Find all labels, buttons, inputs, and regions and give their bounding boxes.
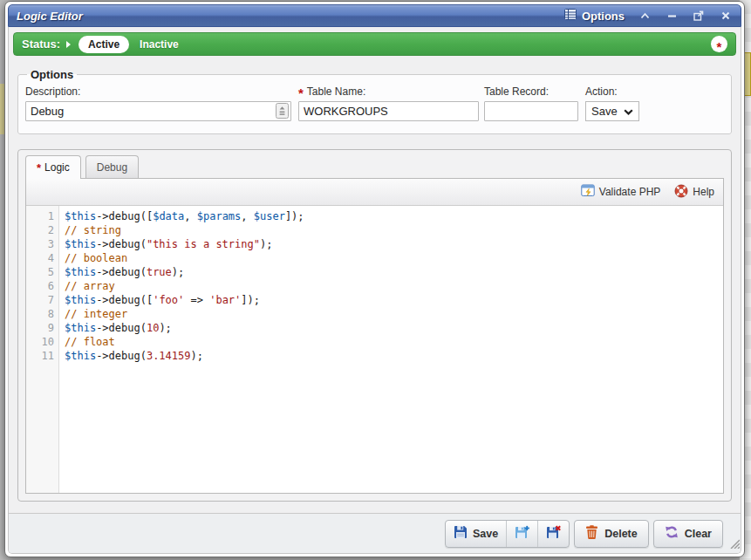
code-line: // string [65, 223, 723, 237]
collapse-icon[interactable] [638, 9, 652, 23]
line-number: 7 [26, 293, 54, 307]
code-editor: Validate PHP Help 1234567891011 $this->d… [25, 178, 724, 494]
validate-php-icon [581, 184, 595, 200]
line-number: 9 [26, 321, 54, 335]
minimize-icon[interactable] [665, 9, 679, 23]
action-field: Action: Save [585, 85, 639, 121]
line-number: 1 [26, 209, 54, 223]
save-button-label: Save [473, 528, 498, 540]
line-number: 10 [26, 335, 54, 349]
save-button-group: Save [445, 520, 570, 548]
save-new-button[interactable] [506, 521, 537, 547]
line-number: 5 [26, 265, 54, 279]
code-line: $this->debug(true); [65, 265, 723, 279]
line-number: 11 [26, 349, 54, 363]
clear-button[interactable]: Clear [653, 520, 723, 548]
line-number: 4 [26, 251, 54, 265]
status-caret-icon [66, 41, 71, 48]
save-button[interactable]: Save [446, 521, 506, 547]
tab-logic[interactable]: * Logic [25, 155, 81, 179]
description-input[interactable] [25, 101, 291, 121]
required-asterisk-icon: * [298, 89, 304, 98]
logic-editor-window: Logic Editor Options St [4, 1, 745, 557]
table-name-label: Table Name: [307, 85, 365, 98]
table-record-input[interactable] [484, 101, 578, 121]
delete-button-label: Delete [604, 528, 638, 540]
code-line: // array [65, 279, 723, 293]
chevron-down-icon [624, 105, 633, 118]
save-close-floppy-icon [546, 525, 561, 542]
table-record-field: Table Record: [484, 85, 578, 121]
editor-toolbar: Validate PHP Help [26, 179, 723, 206]
validate-php-label: Validate PHP [599, 186, 660, 198]
save-floppy-icon [454, 525, 468, 542]
status-option-active[interactable]: Active [79, 36, 129, 53]
table-name-field: *Table Name: [298, 85, 479, 121]
clear-button-label: Clear [685, 528, 712, 540]
code-line: // integer [65, 307, 723, 321]
tab-logic-label: Logic [44, 161, 70, 174]
line-numbers: 1234567891011 [26, 206, 59, 493]
help-lifebuoy-icon [674, 184, 688, 201]
code-area[interactable]: 1234567891011 $this->debug([$data, $para… [26, 206, 723, 493]
options-menu-label: Options [582, 10, 625, 23]
trash-icon [585, 525, 598, 542]
line-number: 2 [26, 223, 54, 237]
status-option-inactive[interactable]: Inactive [140, 38, 179, 51]
resize-grip[interactable] [728, 536, 740, 552]
options-panel-legend: Options [27, 68, 77, 81]
required-asterisk-icon: * [717, 43, 722, 51]
titlebar[interactable]: Logic Editor Options [8, 4, 741, 27]
code-lines[interactable]: $this->debug([$data, $params, $user]);//… [59, 206, 723, 493]
code-line: // float [65, 335, 723, 349]
tab-strip: * Logic Debug [25, 155, 724, 178]
action-select-value: Save [591, 105, 618, 118]
action-label: Action: [585, 85, 618, 98]
tab-debug-label: Debug [97, 161, 127, 174]
window-title: Logic Editor [17, 10, 83, 23]
code-line: // boolean [65, 251, 723, 265]
list-icon [564, 9, 577, 23]
status-bar: Status: Active Inactive * [13, 32, 736, 56]
save-close-button[interactable] [537, 521, 569, 547]
save-new-floppy-icon [515, 525, 529, 542]
tab-debug[interactable]: Debug [85, 155, 139, 178]
footer-toolbar: Save Delete [9, 513, 741, 553]
options-menu-button[interactable]: Options [564, 9, 625, 23]
code-line: $this->debug(10); [65, 321, 723, 335]
table-name-input[interactable] [298, 101, 479, 121]
line-number: 8 [26, 307, 54, 321]
code-line: $this->debug(3.14159); [65, 349, 723, 363]
code-line: $this->debug("this is a string"); [65, 237, 723, 251]
delete-button[interactable]: Delete [574, 520, 649, 548]
help-label: Help [693, 186, 714, 198]
action-select[interactable]: Save [585, 101, 639, 121]
code-line: $this->debug([$data, $params, $user]); [65, 209, 723, 223]
validate-php-button[interactable]: Validate PHP [581, 184, 660, 200]
popout-icon[interactable] [692, 9, 706, 23]
table-record-label: Table Record: [484, 85, 549, 98]
editor-tabs-panel: * Logic Debug Validate PHP [17, 149, 732, 502]
code-line: $this->debug(['foo' => 'bar']); [65, 293, 723, 307]
description-field: Description: [25, 85, 291, 121]
options-panel: Options Description: *Table Name: Table … [17, 68, 732, 134]
status-required-badge: * [711, 36, 727, 52]
line-number: 3 [26, 237, 54, 251]
required-asterisk-icon: * [37, 164, 41, 173]
expand-field-icon[interactable] [276, 103, 289, 119]
status-label: Status: [22, 38, 60, 51]
line-number: 6 [26, 279, 54, 293]
close-icon[interactable] [719, 9, 733, 23]
description-label: Description: [25, 85, 80, 98]
help-button[interactable]: Help [674, 184, 714, 201]
refresh-icon [665, 525, 679, 542]
